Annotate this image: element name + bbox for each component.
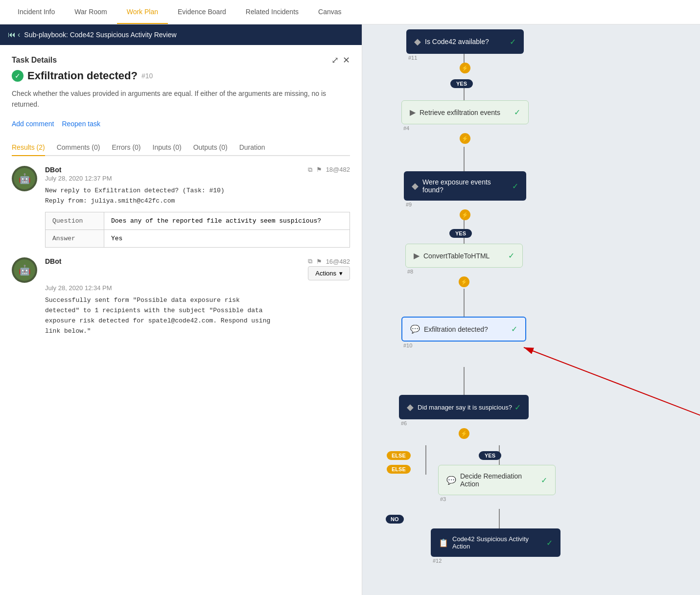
result-ref-2: 16@482: [326, 258, 350, 265]
flag-icon-1[interactable]: ⚑: [316, 166, 322, 173]
result-item-1: 🤖 DBot ⧉ ⚑ 18@482 July 28, 2020 12:37 PM…: [12, 166, 350, 248]
copy-icon-2[interactable]: ⧉: [308, 257, 312, 265]
node-label-retrieve: Retrieve exfiltration events: [420, 109, 500, 116]
qa-row-question: Question Does any of the reported file a…: [46, 212, 350, 230]
answer-label: Answer: [46, 230, 104, 248]
node-label-manager: Did manager say it is suspicious?: [418, 404, 512, 411]
comment-icon-decide: 💬: [446, 476, 456, 485]
dbot-icon-1: 🤖: [19, 173, 31, 184]
node-id-manager: #6: [401, 420, 529, 426]
bolt-badge-exposure: ⚡: [460, 209, 470, 220]
dbot-icon-2: 🤖: [19, 264, 31, 276]
flag-icon-2[interactable]: ⚑: [316, 258, 322, 265]
avatar-inner-1: 🤖: [14, 168, 35, 189]
chevron-down-icon: ▾: [339, 270, 343, 277]
nav-arrows[interactable]: ⏮ ‹: [8, 30, 20, 39]
node-label-exposure: Were exposure events found?: [422, 178, 512, 194]
tab-outputs[interactable]: Outputs (0): [193, 139, 228, 156]
else-badge-left: ELSE: [387, 451, 411, 460]
node-id-exfil: #10: [403, 343, 526, 348]
result-meta-2: ⧉ ⚑ 16@482: [308, 257, 350, 265]
nav-prev-icon[interactable]: ‹: [18, 30, 20, 39]
task-id: #10: [141, 72, 153, 80]
avatar-1: 🤖: [12, 166, 37, 191]
comment-icon-exfil: 💬: [410, 324, 420, 334]
tab-duration[interactable]: Duration: [239, 139, 265, 156]
bolt-badge-convert: ⚡: [459, 276, 469, 287]
node-id-exposure: #9: [406, 202, 526, 207]
task-title: Exfiltration detected?: [27, 69, 138, 82]
node-label-exfil: Exfiltration detected?: [424, 325, 488, 333]
node-id-1: #11: [408, 55, 524, 61]
subplaybook-label: Sub-playbook: Code42 Suspicious Activity…: [24, 31, 176, 39]
reopen-task-link[interactable]: Reopen task: [62, 120, 100, 128]
tab-canvas[interactable]: Canvas: [308, 0, 351, 24]
node-convert[interactable]: ▶ ConvertTableToHTML ✓ #8 ⚡: [405, 244, 523, 287]
node-exfiltration[interactable]: 💬 Exfiltration detected? ✓ #10: [401, 317, 526, 348]
result-actions-bar: Actions ▾: [45, 266, 350, 280]
close-button[interactable]: ✕: [343, 55, 350, 66]
subplaybook-bar: ⏮ ‹ Sub-playbook: Code42 Suspicious Acti…: [0, 24, 362, 45]
yes-label-3: YES: [479, 451, 501, 460]
node-label-code42: Is Code42 available?: [425, 38, 489, 46]
check-icon-exposure: ✓: [512, 182, 518, 191]
task-quick-actions: Add comment Reopen task: [12, 120, 350, 128]
node-id-convert: #8: [407, 269, 523, 275]
task-header: Task Details ⤢ ✕: [12, 55, 350, 66]
task-status-check: ✓: [12, 70, 23, 82]
tab-war-room[interactable]: War Room: [65, 0, 117, 24]
tab-inputs[interactable]: Inputs (0): [153, 139, 182, 156]
check-icon-exfil: ✓: [511, 324, 517, 334]
result-date-2: July 28, 2020 12:34 PM: [45, 284, 350, 292]
result-author-2: DBot: [45, 257, 61, 265]
result-body-1: New reply to Exfiltration detected? (Tas…: [45, 186, 350, 206]
node-label-convert: ConvertTableToHTML: [423, 252, 490, 260]
top-navigation: Incident Info War Room Work Plan Evidenc…: [0, 0, 700, 24]
bolt-badge-1: ⚡: [460, 63, 470, 73]
task-header-controls: ⤢ ✕: [331, 55, 350, 66]
result-body-2: Successfully sent form "Possible data ex…: [45, 296, 350, 336]
node-code42-action[interactable]: 📋 Code42 Suspicious Activity Action ✓ #1…: [431, 528, 560, 564]
tab-work-plan[interactable]: Work Plan: [117, 0, 168, 24]
check-icon-code42-action: ✓: [546, 538, 553, 548]
question-label: Question: [46, 212, 104, 230]
task-details-heading: Task Details: [12, 56, 57, 65]
result-content-1: DBot ⧉ ⚑ 18@482 July 28, 2020 12:37 PM N…: [45, 166, 350, 248]
canvas-area[interactable]: ◆ Is Code42 available? ✓ #11 ⚡ YES ▶: [362, 24, 700, 595]
node-manager[interactable]: ◆ Did manager say it is suspicious? ✓ #6…: [399, 395, 529, 439]
expand-button[interactable]: ⤢: [331, 55, 339, 66]
task-description: Check whether the values provided in arg…: [12, 88, 350, 110]
tab-comments[interactable]: Comments (0): [57, 139, 100, 156]
add-comment-link[interactable]: Add comment: [12, 120, 54, 128]
check-icon-convert: ✓: [508, 251, 514, 260]
check-icon-decide: ✓: [541, 476, 547, 485]
qa-row-answer: Answer Yes: [46, 230, 350, 248]
result-item-2: 🤖 DBot ⧉ ⚑ 16@482 Actions: [12, 257, 350, 342]
tab-results[interactable]: Results (2): [12, 139, 45, 156]
code42-icon: 📋: [439, 538, 448, 548]
task-title-row: ✓ Exfiltration detected? #10: [12, 69, 350, 82]
tab-related-incidents[interactable]: Related Incidents: [236, 0, 308, 24]
qa-table: Question Does any of the reported file a…: [45, 212, 350, 248]
result-meta-1: ⧉ ⚑ 18@482: [308, 166, 350, 174]
tab-evidence-board[interactable]: Evidence Board: [168, 0, 236, 24]
diamond-icon-1: ◆: [414, 36, 421, 47]
tab-incident-info[interactable]: Incident Info: [8, 0, 65, 24]
task-details-panel: Task Details ⤢ ✕ ✓ Exfiltration detected…: [0, 45, 362, 595]
node-is-code42[interactable]: ◆ Is Code42 available? ✓ #11 ⚡: [406, 29, 524, 73]
copy-icon-1[interactable]: ⧉: [308, 166, 312, 174]
right-panel: ◆ Is Code42 available? ✓ #11 ⚡ YES ▶: [362, 24, 700, 595]
node-id-retrieve: #4: [403, 125, 529, 131]
nav-first-icon[interactable]: ⏮: [8, 30, 16, 39]
result-date-1: July 28, 2020 12:37 PM: [45, 175, 350, 182]
node-exposure[interactable]: ◆ Were exposure events found? ✓ #9 ⚡: [404, 171, 526, 220]
node-decide[interactable]: 💬 Decide Remediation Action ✓ #3: [438, 465, 556, 502]
check-icon-manager: ✓: [514, 403, 521, 412]
result-header-2: DBot ⧉ ⚑ 16@482: [45, 257, 350, 265]
actions-dropdown-button[interactable]: Actions ▾: [308, 266, 350, 280]
diamond-icon-exposure: ◆: [412, 181, 419, 191]
tab-errors[interactable]: Errors (0): [112, 139, 140, 156]
check-icon-1: ✓: [510, 37, 516, 46]
node-retrieve[interactable]: ▶ Retrieve exfiltration events ✓ #4 ⚡: [401, 100, 529, 144]
bolt-badge-manager: ⚡: [459, 428, 469, 439]
